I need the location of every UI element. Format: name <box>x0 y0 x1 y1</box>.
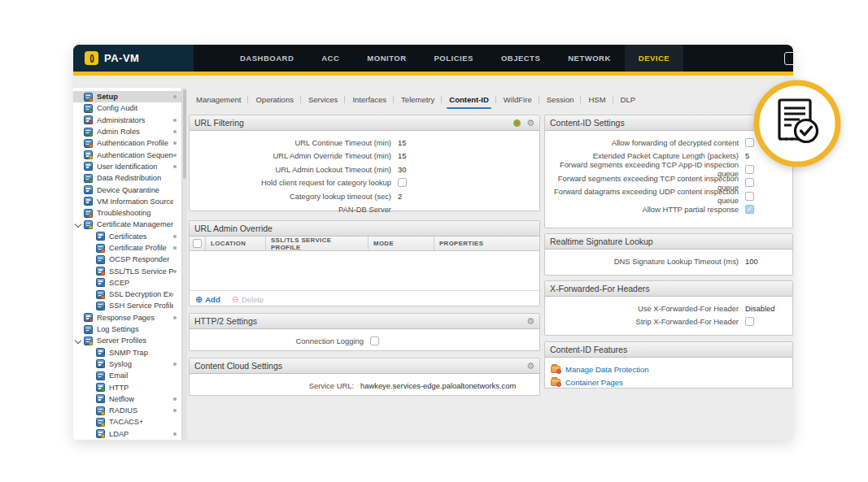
delete-button[interactable]: ⊖Delete <box>232 295 264 304</box>
nav-overflow-button[interactable] <box>784 52 793 65</box>
sidebar-item[interactable]: VM Information Sources <box>73 196 181 207</box>
nav-tab[interactable]: MONITOR <box>353 45 420 72</box>
nav-tab[interactable]: DASHBOARD <box>226 45 308 72</box>
setup-tab[interactable]: Services <box>301 91 345 109</box>
sidebar-scrollbar[interactable] <box>181 88 187 440</box>
url-admin-override-header: URL Admin Override <box>190 221 539 237</box>
sidebar-item[interactable]: Syslog <box>73 358 181 370</box>
sidebar-item-label: SSL/TLS Service Profile <box>109 267 173 276</box>
brand-logo[interactable]: () PA-VM <box>73 45 194 72</box>
sidebar-item[interactable]: RADIUS <box>73 405 181 416</box>
item-dot-icon <box>173 316 177 319</box>
add-icon: ⊕ <box>195 295 203 304</box>
sidebar-item[interactable]: Server Profiles <box>73 335 181 346</box>
certificates-icon <box>96 232 105 241</box>
sidebar-item[interactable]: Email <box>73 370 181 381</box>
service-url-value: hawkeye.services-edge.paloaltonetworks.c… <box>360 381 516 390</box>
gold-accent-stripe <box>73 72 793 76</box>
gear-icon[interactable]: ⚙ <box>526 119 534 128</box>
sidebar-item[interactable]: Setup <box>73 91 181 102</box>
setup-tab[interactable]: DLP <box>613 91 643 109</box>
sidebar-item[interactable]: Response Pages <box>73 312 181 324</box>
sidebar-item-label: VM Information Sources <box>97 198 173 206</box>
sidebar-item[interactable]: SCEP <box>73 277 181 289</box>
gear-icon[interactable]: ⚙ <box>526 317 534 326</box>
sidebar-item[interactable]: OCSP Responder <box>73 254 181 265</box>
setup-tab[interactable]: Telemetry <box>394 91 442 109</box>
sidebar-item[interactable]: Log Settings <box>73 324 181 335</box>
table-footer: ⊕Add ⊖Delete <box>190 290 539 307</box>
setup-tab[interactable]: WildFire <box>496 91 539 109</box>
strip-xff-header-checkbox[interactable] <box>745 317 754 326</box>
sidebar-item[interactable]: SSH Service Profile <box>73 300 181 311</box>
container-pages-link[interactable]: Container Pages <box>545 376 792 389</box>
chevron-down-icon[interactable] <box>75 221 81 228</box>
gear-icon[interactable]: ⚙ <box>526 362 534 371</box>
nav-tab[interactable]: OBJECTS <box>487 45 554 72</box>
sidebar-item[interactable]: Certificate Profile <box>73 242 181 254</box>
use-xff-header-value: Disabled <box>745 304 774 313</box>
nav-tab[interactable]: POLICIES <box>421 45 487 72</box>
column-header-properties[interactable]: PROPERTIES <box>434 237 539 250</box>
sidebar-item[interactable]: Config Audit <box>73 102 181 114</box>
sidebar-scrollbar-thumb[interactable] <box>183 89 186 179</box>
hold-client-request-checkbox[interactable] <box>398 178 407 187</box>
sidebar-item[interactable]: Certificates <box>73 231 181 242</box>
sidebar-item[interactable]: SSL/TLS Service Profile <box>73 265 181 276</box>
sidebar-item[interactable]: SNMP Trap <box>73 347 181 358</box>
field-label: Allow HTTP partial response <box>545 205 745 214</box>
certificate-management-icon <box>84 220 93 229</box>
admin-roles-icon <box>84 128 93 137</box>
nav-tab[interactable]: NETWORK <box>554 45 625 72</box>
sidebar-item-label: Troubleshooting <box>97 209 150 217</box>
column-header-mode[interactable]: MODE <box>369 237 434 250</box>
manage-data-protection-link[interactable]: Manage Data Protection <box>545 363 792 376</box>
sidebar-item[interactable]: Data Redistribution <box>73 172 181 184</box>
setup-tab[interactable]: Content-ID <box>442 91 496 109</box>
top-navbar: () PA-VM DASHBOARD ACC MONITOR POLICIES … <box>73 45 793 72</box>
sidebar-item[interactable]: Device Quarantine <box>73 184 181 195</box>
forward-tcp-content-queue-checkbox[interactable] <box>745 178 754 187</box>
setup-tab[interactable]: HSM <box>581 91 613 109</box>
sidebar-item[interactable]: LDAP <box>73 428 181 440</box>
sidebar-item[interactable]: SSL Decryption Exclusion <box>73 289 181 300</box>
sidebar-item[interactable]: Authentication Sequence <box>73 149 181 160</box>
nav-tab[interactable]: ACC <box>308 45 353 72</box>
sidebar-item[interactable]: Netflow <box>73 393 181 405</box>
setup-tab-label: Management <box>196 95 241 104</box>
sidebar-item-label: Data Redistribution <box>97 174 161 182</box>
sidebar-item[interactable]: Certificate Management <box>73 219 181 230</box>
http-icon <box>96 383 105 392</box>
sidebar-item-label: HTTP <box>109 384 129 392</box>
sidebar-item[interactable]: Administrators <box>73 115 181 126</box>
setup-tab-label: Session <box>547 95 574 104</box>
sidebar-item[interactable]: User Identification <box>73 161 181 172</box>
setup-tab[interactable]: Management <box>189 91 248 109</box>
column-header-location[interactable]: LOCATION <box>206 237 266 250</box>
item-dot-icon <box>173 270 177 273</box>
column-header-ssl-tls-profile[interactable]: SSL/TLS SERVICE PROFILE <box>266 237 369 250</box>
chevron-down-icon[interactable] <box>75 337 81 344</box>
allow-http-partial-response-checkbox[interactable]: ✓ <box>745 205 754 214</box>
select-all-checkbox[interactable] <box>193 239 202 248</box>
nav-tab[interactable]: DEVICE <box>625 45 683 72</box>
setup-tab[interactable]: Operations <box>248 91 300 109</box>
sidebar-item-label: RADIUS <box>109 406 137 415</box>
field-label: Allow forwarding of decrypted content <box>545 138 745 147</box>
sidebar-item[interactable]: HTTP <box>73 381 181 393</box>
setup-tab[interactable]: Interfaces <box>345 91 394 109</box>
nav-tab-label: MONITOR <box>367 54 406 63</box>
setup-tab[interactable]: Session <box>539 91 582 109</box>
sidebar-item[interactable]: TACACS+ <box>73 416 181 428</box>
item-dot-icon <box>173 119 177 122</box>
sidebar-item[interactable]: Admin Roles <box>73 126 181 137</box>
connection-logging-checkbox[interactable] <box>370 337 379 345</box>
sidebar-item-label: Netflow <box>109 395 134 403</box>
setup-tab-label: DLP <box>621 95 635 104</box>
email-icon <box>96 371 105 380</box>
sidebar-item[interactable]: Authentication Profile <box>73 137 181 149</box>
pan-db-status-icon[interactable] <box>513 119 521 127</box>
sidebar-item[interactable]: Troubleshooting <box>73 207 181 219</box>
forward-udp-content-queue-checkbox[interactable] <box>745 192 754 201</box>
add-button[interactable]: ⊕Add <box>195 295 220 304</box>
